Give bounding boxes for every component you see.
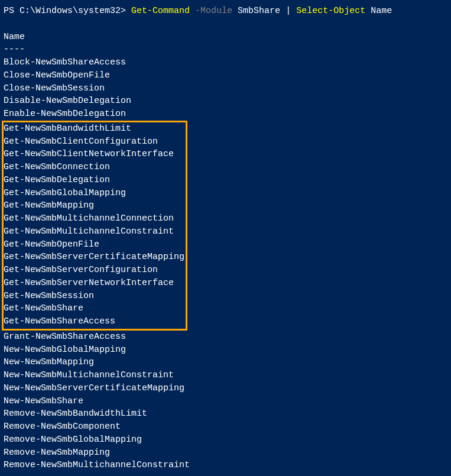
- output-line: Get-NewSmbConnection: [4, 161, 184, 174]
- prompt-prefix: PS: [4, 6, 20, 16]
- output-line: Get-NewSmbClientConfiguration: [4, 135, 184, 148]
- highlight-box: Get-NewSmbBandwidthLimitGet-NewSmbClient…: [2, 121, 187, 331]
- output-line: Remove-NewSmbMapping: [4, 446, 447, 459]
- output-before-highlight: Block-NewSmbShareAccessClose-NewSmbOpenF…: [4, 56, 447, 121]
- prompt-path: C:\Windows\system32: [20, 6, 121, 16]
- output-line: New-NewSmbMultichannelConstraint: [4, 369, 447, 382]
- column-divider: ----: [4, 43, 447, 56]
- output-after-highlight: Grant-NewSmbShareAccessNew-NewSmbGlobalM…: [4, 331, 447, 472]
- output-line: Remove-NewSmbComponent: [4, 420, 447, 433]
- output-line: Get-NewSmbDelegation: [4, 174, 184, 187]
- output-line: New-NewSmbServerCertificateMapping: [4, 382, 447, 395]
- pipe-operator: |: [285, 6, 291, 16]
- output-line: Get-NewSmbGlobalMapping: [4, 187, 184, 200]
- output-line: Get-NewSmbMapping: [4, 199, 184, 212]
- cmdlet-select-object: Select-Object: [291, 6, 365, 16]
- output-line: Get-NewSmbClientNetworkInterface: [4, 148, 184, 161]
- prompt-caret: >: [121, 6, 131, 16]
- output-line: Remove-NewSmbGlobalMapping: [4, 433, 447, 446]
- output-line: New-NewSmbShare: [4, 395, 447, 408]
- output-line: New-NewSmbGlobalMapping: [4, 344, 447, 357]
- blank-line: [4, 18, 447, 31]
- cmdlet-get-command: Get-Command: [131, 6, 190, 16]
- output-line: Disable-NewSmbDelegation: [4, 95, 447, 108]
- output-line: Get-NewSmbShare: [4, 302, 184, 315]
- output-line: Close-NewSmbOpenFile: [4, 69, 447, 82]
- output-line: Block-NewSmbShareAccess: [4, 56, 447, 69]
- output-line: Get-NewSmbMultichannelConnection: [4, 212, 184, 225]
- argument-smbshare: SmbShare: [232, 6, 285, 16]
- output-line: Close-NewSmbSession: [4, 82, 447, 95]
- output-line: Remove-NewSmbMultichannelConstraint: [4, 459, 447, 472]
- argument-name: Name: [365, 6, 392, 16]
- output-line: New-NewSmbMapping: [4, 356, 447, 369]
- output-line: Grant-NewSmbShareAccess: [4, 331, 447, 344]
- output-line: Get-NewSmbServerConfiguration: [4, 264, 184, 277]
- output-line: Get-NewSmbSession: [4, 290, 184, 303]
- output-line: Get-NewSmbShareAccess: [4, 315, 184, 328]
- output-line: Enable-NewSmbDelegation: [4, 108, 447, 121]
- output-line: Get-NewSmbBandwidthLimit: [4, 122, 184, 135]
- output-line: Get-NewSmbMultichannelConstraint: [4, 225, 184, 238]
- output-line: Get-NewSmbOpenFile: [4, 238, 184, 251]
- output-line: Remove-NewSmbBandwidthLimit: [4, 407, 447, 420]
- column-header: Name: [4, 31, 447, 44]
- output-highlighted: Get-NewSmbBandwidthLimitGet-NewSmbClient…: [4, 122, 184, 328]
- command-prompt-line[interactable]: PS C:\Windows\system32> Get-Command -Mod…: [4, 5, 447, 18]
- output-line: Get-NewSmbServerNetworkInterface: [4, 277, 184, 290]
- output-line: Get-NewSmbServerCertificateMapping: [4, 251, 184, 264]
- parameter-module: -Module: [190, 6, 232, 16]
